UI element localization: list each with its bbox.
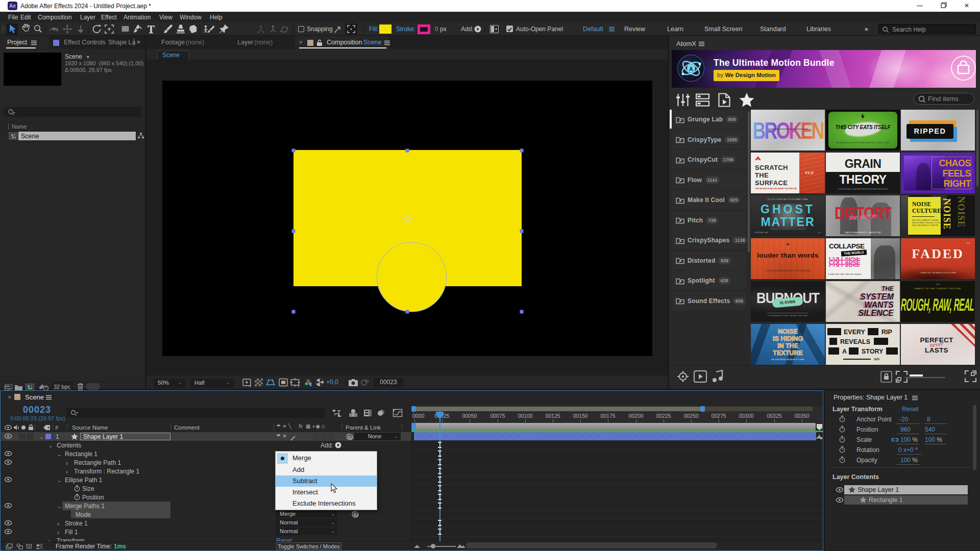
svg-text:A: A bbox=[689, 66, 693, 72]
